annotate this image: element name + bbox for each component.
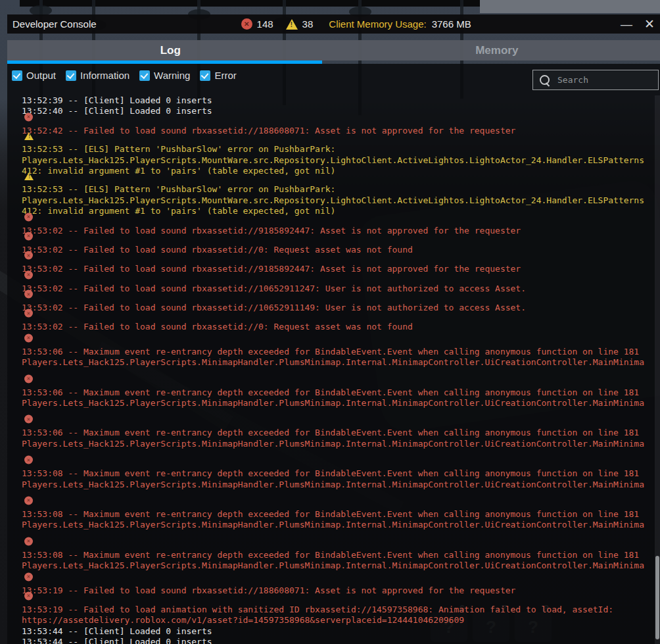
log-line: 13:53:08 -- Maximum event re-entrancy de… (22, 509, 655, 520)
scrollbar-thumb[interactable] (655, 556, 659, 639)
warning-count: 38 (302, 18, 314, 30)
warning-icon (24, 172, 34, 180)
log-line: 13:52:53 -- [ELS] Pattern 'PushbarSlow' … (22, 184, 655, 195)
log-entry: 13:53:02 -- Failed to load sound rbxasse… (7, 255, 655, 274)
error-icon (24, 112, 33, 121)
error-icon (24, 334, 33, 342)
error-icon (24, 456, 33, 464)
memory-usage-label: Client Memory Usage: (329, 18, 426, 30)
log-line: Players.Lets_Hack125.PlayerScripts.Minim… (22, 560, 655, 571)
scene-dark-strip (20, 0, 480, 7)
filter-error[interactable]: Error (200, 70, 236, 81)
filter-label: Output (26, 70, 56, 81)
error-icon (24, 251, 33, 260)
log-entry: 13:53:02 -- Failed to load sound rbxasse… (7, 275, 655, 294)
error-icon (24, 496, 33, 505)
warning-icon (24, 132, 34, 140)
filter-warning[interactable]: Warning (139, 70, 190, 81)
error-icon (24, 415, 33, 424)
log-entry: 13:53:19 -- Failed to load sound rbxasse… (7, 577, 655, 596)
output-checkbox[interactable] (12, 70, 22, 81)
log-line: Players.Lets_Hack125.PlayerScripts.Minim… (22, 480, 655, 490)
log-entry: 13:53:06 -- Maximum event re-entrancy de… (7, 374, 655, 414)
filter-row: Output Information Warning Error (12, 70, 237, 81)
log-line: https://assetdelivery.roblox.com/v1/asse… (22, 615, 655, 626)
log-entry: 13:53:19 -- Failed to load animation wit… (7, 596, 655, 626)
close-button[interactable]: ✕ (644, 16, 655, 32)
scrollbar[interactable] (655, 95, 660, 644)
log-line: 13:53:44 -- [Client] Loaded 0 inserts (22, 637, 655, 644)
log-line: 13:53:06 -- Maximum event re-entrancy de… (22, 347, 655, 357)
error-icon (24, 309, 33, 318)
log-line: 13:53:02 -- Failed to load sound rbxasse… (22, 284, 655, 294)
log-entry: 13:52:53 -- [ELS] Pattern 'PushbarSlow' … (7, 176, 655, 216)
error-count-icon (241, 18, 252, 30)
log-line: Players.Lets_Hack125.PlayerScripts.Mount… (22, 155, 655, 166)
client-memory-usage: Client Memory Usage: 3766 MB (329, 18, 471, 30)
search-input[interactable] (556, 74, 651, 86)
log-line: 13:53:19 -- Failed to load animation wit… (22, 605, 655, 615)
title-bar[interactable]: Developer Console 148 38 Client Memory U… (7, 14, 660, 34)
window-title: Developer Console (12, 18, 97, 30)
log-line: 13:53:02 -- Failed to load sound rbxasse… (22, 245, 655, 255)
log-entry: 13:52:53 -- [ELS] Pattern 'PushbarSlow' … (7, 136, 655, 176)
filter-output[interactable]: Output (12, 70, 56, 81)
log-line: 13:53:08 -- Maximum event re-entrancy de… (22, 468, 655, 479)
log-line: 13:53:02 -- Failed to load sound rbxasse… (22, 322, 655, 332)
error-icon (24, 212, 33, 221)
developer-console-window: Developer Console 148 38 Client Memory U… (7, 14, 660, 644)
tab-bar: Log Memory (7, 40, 660, 61)
log-line: 13:53:08 -- Maximum event re-entrancy de… (22, 550, 655, 560)
scene-building (480, 0, 660, 13)
console-body: Output Information Warning Error 13:52:3… (7, 64, 660, 644)
filter-label: Warning (154, 70, 190, 81)
error-icon (24, 591, 33, 600)
status-badges: 148 38 (241, 18, 314, 30)
log-entry: 13:53:08 -- Maximum event re-entrancy de… (7, 495, 655, 536)
log-line: 412: invalid argument #1 to 'pairs' (tab… (22, 166, 655, 176)
filter-label: Error (214, 70, 236, 81)
warning-count-icon (286, 19, 298, 30)
log-line: 13:53:19 -- Failed to load sound rbxasse… (22, 585, 655, 596)
search-icon (540, 75, 550, 85)
log-entry: 13:53:02 -- Failed to load sound rbxasse… (7, 217, 655, 236)
log-entry: 13:53:44 -- [Client] Loaded 0 inserts (7, 626, 655, 637)
log-line: 13:53:44 -- [Client] Loaded 0 inserts (22, 626, 655, 637)
log-line: 13:52:42 -- Failed to load sound rbxasse… (22, 126, 655, 136)
error-count: 148 (257, 18, 273, 30)
log-line: Players.Lets_Hack125.PlayerScripts.Minim… (22, 439, 655, 449)
memory-usage-value: 3766 MB (432, 18, 471, 30)
log-entry: 13:53:02 -- Failed to load sound rbxasse… (7, 294, 655, 313)
information-checkbox[interactable] (66, 70, 76, 81)
log-line: 13:52:53 -- [ELS] Pattern 'PushbarSlow' … (22, 144, 655, 155)
log-line: 13:53:06 -- Maximum event re-entrancy de… (22, 428, 655, 438)
search-box[interactable] (532, 70, 659, 90)
log-line: 13:53:02 -- Failed to load sound rbxasse… (22, 226, 655, 236)
log-entry: 13:52:40 -- [Client] Loaded 0 inserts (7, 106, 655, 116)
log-line: 13:53:06 -- Maximum event re-entrancy de… (22, 387, 655, 398)
log-line: Players.Lets_Hack125.PlayerScripts.Minim… (22, 398, 655, 409)
log-entry: 13:53:02 -- Failed to load sound rbxasse… (7, 313, 655, 332)
log-output[interactable]: 13:52:39 -- [Client] Loaded 0 inserts13:… (7, 95, 655, 644)
log-entry: 13:53:02 -- Failed to load sound rbxasse… (7, 236, 655, 255)
warning-checkbox[interactable] (139, 70, 150, 81)
error-icon (24, 270, 33, 279)
log-line: Players.Lets_Hack125.PlayerScripts.Mount… (22, 195, 655, 206)
log-line: 412: invalid argument #1 to 'pairs' (tab… (22, 206, 655, 216)
filter-information[interactable]: Information (66, 70, 130, 81)
tab-memory[interactable]: Memory (334, 40, 660, 61)
log-line: Players.Lets_Hack125.PlayerScripts.Minim… (22, 520, 655, 530)
log-line: 13:53:02 -- Failed to load sound rbxasse… (22, 303, 655, 313)
log-line: 13:52:40 -- [Client] Loaded 0 inserts (22, 106, 655, 116)
log-entry: 13:53:08 -- Maximum event re-entrancy de… (7, 455, 655, 495)
log-line: 13:52:39 -- [Client] Loaded 0 inserts (22, 95, 655, 106)
tab-log[interactable]: Log (7, 40, 334, 61)
error-icon (24, 290, 33, 299)
error-icon (24, 572, 33, 581)
log-line: Players.Lets_Hack125.PlayerScripts.Minim… (22, 357, 655, 368)
error-icon (24, 374, 33, 383)
log-entry: 13:53:08 -- Maximum event re-entrancy de… (7, 536, 655, 577)
minimize-button[interactable]: — (621, 21, 632, 28)
error-checkbox[interactable] (200, 70, 210, 81)
log-entry: 13:53:06 -- Maximum event re-entrancy de… (7, 333, 655, 374)
